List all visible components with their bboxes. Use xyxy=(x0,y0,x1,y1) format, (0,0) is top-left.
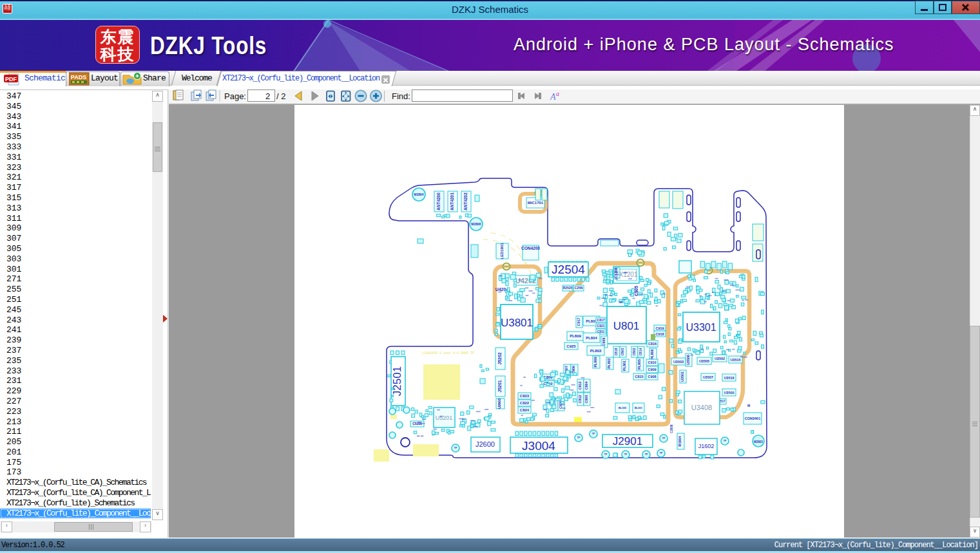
svg-text:U3502: U3502 xyxy=(715,357,725,361)
svg-text:U3506: U3506 xyxy=(686,355,690,365)
svg-text:TP: TP xyxy=(645,453,648,456)
svg-text:M2803: M2803 xyxy=(754,440,763,444)
svg-text:C25N: C25N xyxy=(575,286,583,290)
svg-text:J2501: J2501 xyxy=(391,366,403,396)
svg-text:BL301: BL301 xyxy=(635,406,643,409)
svg-text:ANT4201: ANT4201 xyxy=(450,192,454,211)
svg-text:PL808: PL808 xyxy=(593,357,597,367)
svg-text:C910: C910 xyxy=(648,361,656,364)
svg-text:U3501: U3501 xyxy=(680,371,684,382)
svg-text:CON3401: CON3401 xyxy=(745,417,760,420)
svg-text:C908: C908 xyxy=(648,375,656,379)
svg-text:LLOA2045-1 ssss 4-6 GHS5 TP: LLOA2045-1 ssss 4-6 GHS5 TP xyxy=(422,351,474,355)
svg-text:C812: C812 xyxy=(578,395,582,403)
svg-text:U3516: U3516 xyxy=(724,376,734,380)
svg-text:PL802: PL802 xyxy=(607,358,611,368)
svg-text:C919: C919 xyxy=(655,326,664,330)
svg-text:PL809: PL809 xyxy=(570,334,581,338)
svg-text:•• ••: •• •• xyxy=(417,434,423,438)
svg-text:PDF: PDF xyxy=(5,76,17,82)
svg-text:C818: C818 xyxy=(614,348,618,355)
svg-text:J3004: J3004 xyxy=(522,439,555,453)
svg-text:C804: C804 xyxy=(584,380,588,389)
svg-text:C918: C918 xyxy=(655,332,664,336)
svg-text:TP: TP xyxy=(577,436,581,439)
svg-text:TP: TP xyxy=(724,440,727,442)
svg-text:a: a xyxy=(556,90,559,97)
svg-text:C1208: C1208 xyxy=(614,268,618,278)
svg-text:U3801: U3801 xyxy=(501,317,533,329)
svg-text:ANT4202: ANT4202 xyxy=(463,192,468,211)
svg-text:PL804: PL804 xyxy=(586,336,597,340)
svg-text:J5202: J5202 xyxy=(497,352,502,365)
svg-text:PADS: PADS xyxy=(71,74,86,80)
svg-text:C909: C909 xyxy=(648,368,656,371)
svg-text:M: M xyxy=(747,404,750,408)
svg-text:CON4200: CON4200 xyxy=(521,246,540,250)
svg-text:C905: C905 xyxy=(634,286,639,296)
svg-text:PL805: PL805 xyxy=(637,359,641,370)
svg-text:A: A xyxy=(550,92,556,102)
svg-text:U3408: U3408 xyxy=(691,404,712,411)
svg-text:TP: TP xyxy=(592,433,595,435)
svg-text:C821: C821 xyxy=(597,324,605,328)
svg-text:C908: C908 xyxy=(602,337,606,346)
svg-text:C2908: C2908 xyxy=(670,424,673,433)
svg-text:BL305: BL305 xyxy=(619,406,627,409)
svg-text:C802: C802 xyxy=(632,348,636,355)
svg-text:C822: C822 xyxy=(520,401,530,405)
svg-text:C917: C917 xyxy=(577,317,581,326)
svg-text:U3505: U3505 xyxy=(699,359,709,363)
svg-text:R2525: R2525 xyxy=(563,286,573,290)
svg-text:M2806: M2806 xyxy=(471,222,481,226)
svg-text:PL803: PL803 xyxy=(590,349,602,353)
svg-text:U3507: U3507 xyxy=(703,375,713,379)
svg-text:J2504: J2504 xyxy=(552,263,585,276)
svg-text:LED1901: LED1901 xyxy=(500,243,504,259)
svg-text:M2804: M2804 xyxy=(414,192,424,196)
svg-text:U3500: U3500 xyxy=(724,391,734,395)
svg-text:C823: C823 xyxy=(520,394,530,398)
svg-text:C816: C816 xyxy=(648,342,657,346)
svg-text:MIC1701: MIC1701 xyxy=(528,201,544,205)
svg-text:C803: C803 xyxy=(620,348,624,355)
svg-text:C815: C815 xyxy=(635,375,643,379)
svg-text:C813: C813 xyxy=(578,381,582,389)
svg-text:J2600: J2600 xyxy=(476,440,495,448)
svg-text:TP: TP xyxy=(604,453,608,456)
svg-text:C925: C925 xyxy=(566,344,576,348)
svg-text:C824: C824 xyxy=(520,408,530,412)
svg-text:PL801: PL801 xyxy=(622,361,626,371)
svg-text:J2901: J2901 xyxy=(613,435,642,447)
svg-text:X1201: X1201 xyxy=(619,271,638,278)
svg-text:TP: TP xyxy=(624,453,628,456)
svg-text:PL806: PL806 xyxy=(650,349,654,359)
svg-text:R1604: R1604 xyxy=(678,435,682,446)
svg-text:J5201: J5201 xyxy=(497,380,502,393)
svg-text:TP: TP xyxy=(454,447,457,449)
svg-text:TP: TP xyxy=(660,452,663,455)
svg-text:TP: TP xyxy=(662,437,666,440)
svg-text:J1602: J1602 xyxy=(698,443,715,449)
svg-text:C817: C817 xyxy=(597,318,605,322)
svg-text:U3503: U3503 xyxy=(673,360,684,364)
svg-text:U801: U801 xyxy=(613,320,640,332)
svg-text:U3301: U3301 xyxy=(686,322,716,333)
svg-text:U2603: U2603 xyxy=(497,398,501,409)
svg-text:ANT4200: ANT4200 xyxy=(436,192,441,211)
svg-text:U5201: U5201 xyxy=(436,415,453,421)
svg-text:C814: C814 xyxy=(639,348,642,355)
svg-text:C805: C805 xyxy=(584,395,588,403)
svg-text:U3515: U3515 xyxy=(730,358,740,362)
